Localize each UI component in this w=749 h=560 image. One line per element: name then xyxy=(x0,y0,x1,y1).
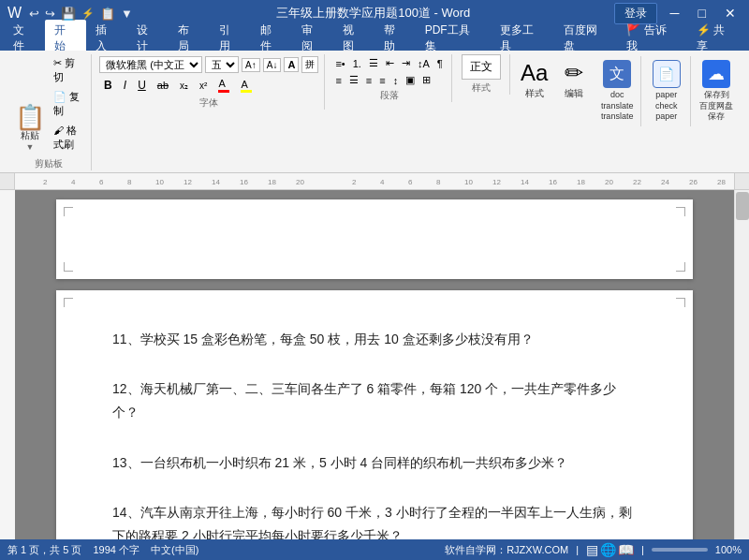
vertical-scrollbar[interactable] xyxy=(734,190,749,539)
align-center-btn[interactable]: ☰ xyxy=(346,73,361,87)
action-buttons-group: Aa 样式 ✏ 编辑 文 doctranslatetranslate 📄 pap… xyxy=(512,54,743,128)
website-label: 软件自学网：RJZXW.COM xyxy=(445,543,568,557)
svg-text:8: 8 xyxy=(127,178,132,186)
clipboard-label: 剪贴板 xyxy=(11,157,85,170)
svg-text:18: 18 xyxy=(577,178,585,186)
v-ruler-svg xyxy=(0,190,15,539)
undo-btn[interactable]: ↩ xyxy=(29,7,39,21)
save-baidu-icon: ☁ xyxy=(702,60,730,88)
line-spacing-btn[interactable]: ↕ xyxy=(390,74,402,87)
font-name-select[interactable]: 微软雅黑 (中文正文) xyxy=(99,56,202,73)
language-indicator: 中文(中国) xyxy=(151,543,198,557)
status-right: 软件自学网：RJZXW.COM | ▤ 🌐 📖 | 100% xyxy=(445,542,742,557)
svg-rect-25 xyxy=(0,190,15,539)
font-size-select[interactable]: 五号 xyxy=(205,56,239,73)
view-buttons: ▤ 🌐 📖 xyxy=(586,542,634,557)
paste-icon: 📋 xyxy=(15,105,45,129)
font-group: 微软雅黑 (中文正文) 五号 A↑ A↓ A 拼 B I U ab x₂ x² … xyxy=(94,54,325,110)
clipboard-quick-btn[interactable]: 📋 xyxy=(100,7,115,21)
menu-bar: 文件 开始 插入 设计 布局 引用 邮件 审阅 视图 帮助 PDF工具集 更多工… xyxy=(0,26,749,51)
format-painter-button[interactable]: 🖌 格式刷 xyxy=(51,122,85,154)
superscript-button[interactable]: x² xyxy=(195,79,212,93)
italic-button[interactable]: I xyxy=(119,77,131,94)
question-11: 11、学校买 15 盒彩色粉笔，每盒 50 枝，用去 10 盒还剩多少枝没有用？ xyxy=(112,328,637,351)
save-baidu-label: 保存到百度网盘保存 xyxy=(699,90,733,123)
strikethrough-button[interactable]: ab xyxy=(153,78,173,93)
normal-style-btn[interactable]: 正文 xyxy=(462,54,501,80)
vertical-ruler xyxy=(0,190,15,539)
zoom-slider[interactable] xyxy=(652,548,708,552)
svg-text:4: 4 xyxy=(380,178,385,186)
clipboard-small-btns: ✂ 剪切 📄 复制 🖌 格式刷 xyxy=(51,54,85,154)
paper-check-icon: 📄 xyxy=(653,60,681,88)
cut-button[interactable]: ✂ 剪切 xyxy=(51,54,85,86)
highlight-btn[interactable]: A xyxy=(236,77,257,95)
paste-button[interactable]: 📋 粘贴 ▼ xyxy=(11,103,49,154)
quick-access-dropdown[interactable]: ▼ xyxy=(121,7,133,21)
paper-check-btn[interactable]: 📄 paper check paper xyxy=(643,56,691,126)
styles-group: 正文 样式 xyxy=(454,54,510,95)
page-indicator: 第 1 页，共 5 页 xyxy=(7,543,81,557)
border-btn[interactable]: ⊞ xyxy=(419,73,433,87)
paste-dropdown[interactable]: ▼ xyxy=(26,142,35,152)
corner-tl-2 xyxy=(64,298,73,307)
font-color-btn[interactable]: A xyxy=(213,76,234,95)
corner-tr-2 xyxy=(676,298,685,307)
underline-text: 完平均每小时要行多少千米？ xyxy=(232,528,403,539)
subscript-button[interactable]: x₂ xyxy=(175,79,193,93)
svg-text:10: 10 xyxy=(155,178,164,186)
edit-big-btn[interactable]: ✏ 编辑 xyxy=(555,56,593,104)
scrollbar-thumb[interactable] xyxy=(736,192,749,220)
bullets-btn[interactable]: ≡• xyxy=(332,57,347,70)
pinyin-btn[interactable]: 拼 xyxy=(301,56,318,73)
align-right-btn[interactable]: ≡ xyxy=(363,74,374,87)
underline-button[interactable]: U xyxy=(133,77,151,94)
sort-btn[interactable]: ↕A xyxy=(415,57,433,70)
font-decrease-btn[interactable]: A↓ xyxy=(263,58,282,72)
save-btn[interactable]: 💾 xyxy=(61,7,76,21)
doc-translate-label: doctranslatetranslate xyxy=(601,90,634,123)
styles-big-btn[interactable]: Aa 样式 xyxy=(516,56,553,104)
svg-text:6: 6 xyxy=(99,178,104,186)
decrease-indent-btn[interactable]: ⇤ xyxy=(383,56,397,70)
clipboard-group: 📋 粘贴 ▼ ✂ 剪切 📄 复制 🖌 格式刷 剪贴板 xyxy=(6,54,92,170)
web-layout-btn[interactable]: 🌐 xyxy=(600,542,616,557)
svg-text:14: 14 xyxy=(521,178,529,186)
save-baidu-btn[interactable]: ☁ 保存到百度网盘保存 xyxy=(693,56,740,126)
svg-text:16: 16 xyxy=(549,178,557,186)
doc-translate-btn[interactable]: 文 doctranslatetranslate xyxy=(595,56,641,126)
read-mode-btn[interactable]: 📖 xyxy=(618,542,634,557)
svg-text:12: 12 xyxy=(492,178,501,186)
align-left-btn[interactable]: ≡ xyxy=(332,74,344,87)
svg-text:28: 28 xyxy=(717,178,726,186)
justify-btn[interactable]: ≡ xyxy=(376,74,388,87)
copy-button[interactable]: 📄 复制 xyxy=(51,88,85,120)
edit-big-icon: ✏ xyxy=(565,60,583,87)
font-big-a-btn[interactable]: A xyxy=(284,57,299,72)
shading-btn[interactable]: ▣ xyxy=(403,73,418,87)
question-13: 13、一台织布机一小时织布 21 米，5 小时 4 台同样的织布机一共织布多少米… xyxy=(112,451,637,475)
redo-btn[interactable]: ↪ xyxy=(45,7,55,21)
paragraph-group: ≡• 1. ☰ ⇤ ⇥ ↕A ¶ ≡ ☰ ≡ ≡ ↕ ▣ ⊞ 段落 xyxy=(327,54,451,102)
svg-text:14: 14 xyxy=(212,178,220,186)
ribbon: 📋 粘贴 ▼ ✂ 剪切 📄 复制 🖌 格式刷 剪贴板 微软雅黑 (中文正文) 五… xyxy=(0,51,749,173)
quick-access-toolbar: ↩ ↪ 💾 ⚡ 📋 ▼ xyxy=(29,7,133,21)
font-label: 字体 xyxy=(99,96,318,110)
increase-indent-btn[interactable]: ⇥ xyxy=(399,56,413,70)
flash-btn[interactable]: ⚡ xyxy=(81,7,95,20)
word-count: 1994 个字 xyxy=(93,543,140,557)
svg-text:22: 22 xyxy=(633,178,641,186)
numbering-btn[interactable]: 1. xyxy=(350,57,364,70)
svg-text:20: 20 xyxy=(605,178,613,186)
show-marks-btn[interactable]: ¶ xyxy=(434,57,446,70)
print-layout-btn[interactable]: ▤ xyxy=(586,542,598,557)
svg-text:2: 2 xyxy=(352,178,357,186)
document-scroll-area[interactable]: 11、学校买 15 盒彩色粉笔，每盒 50 枝，用去 10 盒还剩多少枝没有用？… xyxy=(15,190,734,539)
svg-text:26: 26 xyxy=(689,178,698,186)
multilevel-btn[interactable]: ☰ xyxy=(366,56,381,70)
page-content: 11、学校买 15 盒彩色粉笔，每盒 50 枝，用去 10 盒还剩多少枝没有用？… xyxy=(112,328,637,539)
status-bar: 第 1 页，共 5 页 1994 个字 中文(中国) 软件自学网：RJZXW.C… xyxy=(0,539,749,560)
status-sep-2: | xyxy=(641,544,644,555)
font-increase-btn[interactable]: A↑ xyxy=(242,58,260,72)
bold-button[interactable]: B xyxy=(99,77,117,94)
